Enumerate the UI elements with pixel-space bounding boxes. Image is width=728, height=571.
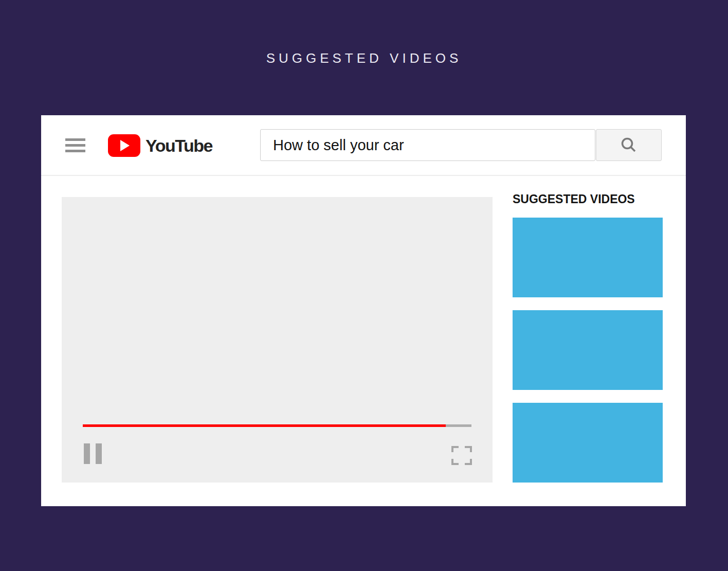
pause-icon[interactable] (84, 443, 102, 464)
fullscreen-icon[interactable] (451, 446, 472, 465)
search-input[interactable] (260, 129, 595, 161)
suggested-video-3[interactable] (513, 403, 663, 483)
suggested-video-1[interactable] (513, 218, 663, 297)
page-background: SUGGESTED VIDEOS YouTube (0, 0, 728, 571)
video-player[interactable] (62, 197, 493, 483)
hamburger-menu-icon[interactable] (65, 138, 85, 153)
youtube-play-icon (108, 134, 140, 157)
search-icon (620, 136, 638, 154)
play-triangle-icon (120, 140, 130, 151)
page-title: SUGGESTED VIDEOS (0, 50, 728, 66)
youtube-logo[interactable]: YouTube (108, 134, 212, 157)
search-button[interactable] (596, 129, 662, 161)
suggested-videos-list (513, 218, 663, 483)
browser-header: YouTube (41, 115, 686, 176)
suggested-video-2[interactable] (513, 310, 663, 390)
progress-fill (83, 424, 446, 427)
youtube-window: YouTube (41, 115, 686, 506)
suggested-videos-heading: SUGGESTED VIDEOS (513, 192, 663, 206)
youtube-wordmark: YouTube (145, 136, 212, 156)
suggested-videos-sidebar: SUGGESTED VIDEOS (513, 192, 663, 495)
progress-bar[interactable] (83, 424, 471, 427)
